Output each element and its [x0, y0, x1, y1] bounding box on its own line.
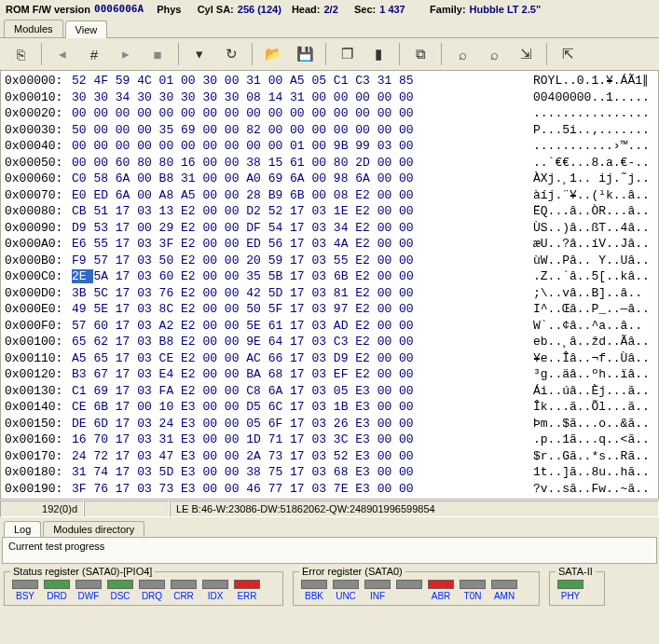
hex-bytes[interactable]: 50 00 00 00 35 69 00 00 82 00 00 00 00 0… — [72, 122, 524, 139]
hex-row[interactable]: 0x00100:65 62 17 03 B8 E2 00 00 9E 64 17… — [5, 334, 654, 350]
hex-ascii[interactable]: ...........›™... — [524, 138, 654, 155]
hex-ascii[interactable]: ³g..äâ..ºh..ïâ.. — [524, 366, 654, 383]
hex-row[interactable]: 0x00030:50 00 00 00 35 69 00 00 82 00 00… — [5, 122, 654, 139]
hex-bytes[interactable]: 52 4F 59 4C 01 00 30 00 31 00 A5 05 C1 C… — [72, 73, 524, 89]
hex-view[interactable]: 0x00000:52 4F 59 4C 01 00 30 00 31 00 A5… — [0, 71, 659, 500]
hex-ascii[interactable]: ÙS..)â..ßT..4â.. — [524, 220, 654, 237]
reload-icon[interactable]: ↻ — [216, 42, 246, 66]
hex-bytes[interactable]: 31 74 17 03 5D E3 00 00 38 75 17 03 68 E… — [72, 464, 524, 481]
hex-row[interactable]: 0x00060:C0 58 6A 00 B8 31 00 00 A0 69 6A… — [5, 171, 654, 187]
grid-icon[interactable]: # — [79, 42, 109, 66]
hex-bytes[interactable]: F9 57 17 03 50 E2 00 00 20 59 17 03 55 E… — [72, 253, 524, 269]
hex-bytes[interactable]: CB 51 17 03 13 E2 00 00 D2 52 17 03 1E E… — [72, 203, 524, 220]
open-icon[interactable]: 📂 — [258, 42, 288, 66]
hex-row[interactable]: 0x000C0:2E 5A 17 03 60 E2 00 00 35 5B 17… — [5, 268, 654, 285]
tab-modules[interactable]: Modules — [4, 20, 63, 37]
head-label: Head: — [292, 4, 321, 15]
hex-row[interactable]: 0x00190:3F 76 17 03 73 E3 00 00 46 77 17… — [5, 481, 654, 498]
hex-row[interactable]: 0x00090:D9 53 17 00 29 E2 00 00 DF 54 17… — [5, 220, 654, 237]
forward-icon[interactable]: ▸ — [111, 42, 141, 66]
hex-ascii[interactable]: $r..Gã..*s..Rã.. — [524, 448, 654, 465]
hex-bytes[interactable]: 3F 76 17 03 73 E3 00 00 46 77 17 03 7E E… — [72, 481, 524, 498]
hex-bytes[interactable]: B3 67 17 03 E4 E2 00 00 BA 68 17 03 EF E… — [72, 366, 524, 383]
paste-icon[interactable]: ▮ — [364, 42, 393, 66]
find-icon[interactable]: ⌕ — [447, 42, 477, 66]
copy-icon[interactable]: ❐ — [332, 42, 362, 66]
hex-bytes[interactable]: 3B 5C 17 03 76 E2 00 00 42 5D 17 03 81 E… — [72, 285, 524, 302]
hex-ascii[interactable]: Îk...ã..Õl...ã.. — [524, 399, 654, 416]
hex-bytes[interactable]: 24 72 17 03 47 E3 00 00 2A 73 17 03 52 E… — [72, 448, 524, 465]
hex-bytes[interactable]: 57 60 17 03 A2 E2 00 00 5E 61 17 03 AD E… — [72, 318, 524, 335]
hex-row[interactable]: 0x00120:B3 67 17 03 E4 E2 00 00 BA 68 17… — [5, 366, 654, 383]
hex-bytes[interactable]: 16 70 17 03 31 E3 00 00 1D 71 17 03 3C E… — [72, 432, 524, 448]
hex-ascii[interactable]: àíj.¨¥..(¹k..â.. — [524, 187, 654, 204]
hex-row[interactable]: 0x00150:DE 6D 17 03 24 E3 00 00 05 6F 17… — [5, 416, 654, 432]
hex-ascii[interactable]: ?v..sã..Fw..~ã.. — [524, 481, 654, 498]
hex-row[interactable]: 0x000E0:49 5E 17 03 8C E2 00 00 50 5F 17… — [5, 301, 654, 318]
tab-log[interactable]: Log — [4, 521, 41, 537]
hex-ascii[interactable]: Þm..$ã...o..&ã.. — [524, 416, 654, 432]
find-next-icon[interactable]: ⌕ — [479, 42, 509, 66]
hex-row[interactable]: 0x00040:00 00 00 00 00 00 00 00 00 00 01… — [5, 138, 654, 155]
hex-row[interactable]: 0x00010:30 30 34 30 30 30 30 30 08 14 31… — [5, 89, 654, 106]
hex-bytes[interactable]: 00 00 00 00 00 00 00 00 00 00 01 00 9B 9… — [72, 138, 524, 155]
stop-icon[interactable]: ■ — [143, 42, 172, 66]
hex-row[interactable]: 0x00170:24 72 17 03 47 E3 00 00 2A 73 17… — [5, 448, 654, 465]
export-icon[interactable]: ⇲ — [511, 42, 541, 66]
tab-modules-dir[interactable]: Modules directory — [43, 521, 144, 537]
hex-ascii[interactable]: ..`€€...8.a.€-.. — [524, 155, 654, 171]
hex-row[interactable]: 0x00070:E0 ED 6A 00 A8 A5 00 00 28 B9 6B… — [5, 187, 654, 204]
hex-bytes[interactable]: 00 00 00 00 00 00 00 00 00 00 00 00 00 0… — [72, 105, 524, 122]
hex-ascii[interactable]: ................ — [524, 105, 654, 122]
hex-ascii[interactable]: W`..¢â..^a..­â.. — [524, 318, 654, 335]
hex-ascii[interactable]: æU..?â..íV..Jâ.. — [524, 236, 654, 253]
hex-ascii[interactable]: Ái..úâ..Èj...ã.. — [524, 383, 654, 400]
hex-row[interactable]: 0x00180:31 74 17 03 5D E3 00 00 38 75 17… — [5, 464, 654, 481]
hex-row[interactable]: 0x00020:00 00 00 00 00 00 00 00 00 00 00… — [5, 105, 654, 122]
hex-row[interactable]: 0x00050:00 00 60 80 80 16 00 00 38 15 61… — [5, 155, 654, 171]
hex-ascii[interactable]: ROYL..0.1.¥.ÁÃ1∥ — [524, 73, 654, 89]
hex-row[interactable]: 0x000F0:57 60 17 03 A2 E2 00 00 5E 61 17… — [5, 318, 654, 335]
hex-ascii[interactable]: ;\..vâ..B]..â.. — [524, 285, 654, 302]
hex-bytes[interactable]: C0 58 6A 00 B8 31 00 00 A0 69 6A 00 98 6… — [72, 171, 524, 187]
hex-bytes[interactable]: 00 00 60 80 80 16 00 00 38 15 61 00 80 2… — [72, 155, 524, 171]
hex-ascii[interactable]: .Z..`â..5[..kâ.. — [524, 268, 654, 285]
dropdown-icon[interactable]: ▾ — [185, 42, 214, 66]
hex-bytes[interactable]: D9 53 17 00 29 E2 00 00 DF 54 17 03 34 E… — [72, 220, 524, 237]
hex-ascii[interactable]: 1t..]ã..8u..hã.. — [524, 464, 654, 481]
hex-row[interactable]: 0x00140:CE 6B 17 00 10 E3 00 00 D5 6C 17… — [5, 399, 654, 416]
hex-ascii[interactable]: ¥e..Îâ..¬f..Ùâ.. — [524, 350, 654, 367]
hex-bytes[interactable]: 2E 5A 17 03 60 E2 00 00 35 5B 17 03 6B E… — [72, 268, 524, 285]
hex-row[interactable]: 0x00080:CB 51 17 03 13 E2 00 00 D2 52 17… — [5, 203, 654, 220]
compare-icon[interactable]: ⧉ — [405, 42, 435, 66]
hex-bytes[interactable]: A5 65 17 03 CE E2 00 00 AC 66 17 03 D9 E… — [72, 350, 524, 367]
hex-bytes[interactable]: 30 30 34 30 30 30 30 30 08 14 31 00 00 0… — [72, 89, 524, 106]
hex-bytes[interactable]: C1 69 17 03 FA E2 00 00 C8 6A 17 03 05 E… — [72, 383, 524, 400]
hex-row[interactable]: 0x000B0:F9 57 17 03 50 E2 00 00 20 59 17… — [5, 253, 654, 269]
hex-ascii[interactable]: 00400000..1..... — [524, 89, 654, 106]
hex-bytes[interactable]: CE 6B 17 00 10 E3 00 00 D5 6C 17 03 1B E… — [72, 399, 524, 416]
hex-bytes[interactable]: E6 55 17 03 3F E2 00 00 ED 56 17 03 4A E… — [72, 236, 524, 253]
hex-ascii[interactable]: I^..Œâ..P_..—â.. — [524, 301, 654, 318]
back-icon[interactable]: ◂ — [48, 42, 77, 66]
hex-ascii[interactable]: .p..1ã...q..<ã.. — [524, 432, 654, 448]
hex-ascii[interactable]: ÀXj.¸1.. ij.˜j.. — [524, 171, 654, 187]
hex-bytes[interactable]: 65 62 17 03 B8 E2 00 00 9E 64 17 03 C3 E… — [72, 334, 524, 350]
hex-row[interactable]: 0x000D0:3B 5C 17 03 76 E2 00 00 42 5D 17… — [5, 285, 654, 302]
tab-view[interactable]: View — [65, 21, 108, 38]
hex-ascii[interactable]: P...5i..‚....... — [524, 122, 654, 139]
import-icon[interactable]: ⇱ — [553, 42, 583, 66]
hex-row[interactable]: 0x00000:52 4F 59 4C 01 00 30 00 31 00 A5… — [5, 73, 654, 89]
hex-bytes[interactable]: E0 ED 6A 00 A8 A5 00 00 28 B9 6B 00 08 E… — [72, 187, 524, 204]
save-icon[interactable]: 💾 — [290, 42, 320, 66]
hex-bytes[interactable]: DE 6D 17 03 24 E3 00 00 05 6F 17 03 26 E… — [72, 416, 524, 432]
hex-ascii[interactable]: eb..¸â..žd..Ãâ.. — [524, 334, 654, 350]
hex-ascii[interactable]: ùW..Pâ.. Y..Uâ.. — [524, 253, 654, 269]
hex-row[interactable]: 0x00110:A5 65 17 03 CE E2 00 00 AC 66 17… — [5, 350, 654, 367]
hex-ascii[interactable]: ËQ...â..ÒR...â.. — [524, 203, 654, 220]
hex-row[interactable]: 0x00160:16 70 17 03 31 E3 00 00 1D 71 17… — [5, 432, 654, 448]
hex-row[interactable]: 0x000A0:E6 55 17 03 3F E2 00 00 ED 56 17… — [5, 236, 654, 253]
refresh-icon[interactable]: ⎘ — [6, 42, 35, 66]
hex-row[interactable]: 0x00130:C1 69 17 03 FA E2 00 00 C8 6A 17… — [5, 383, 654, 400]
hex-bytes[interactable]: 49 5E 17 03 8C E2 00 00 50 5F 17 03 97 E… — [72, 301, 524, 318]
